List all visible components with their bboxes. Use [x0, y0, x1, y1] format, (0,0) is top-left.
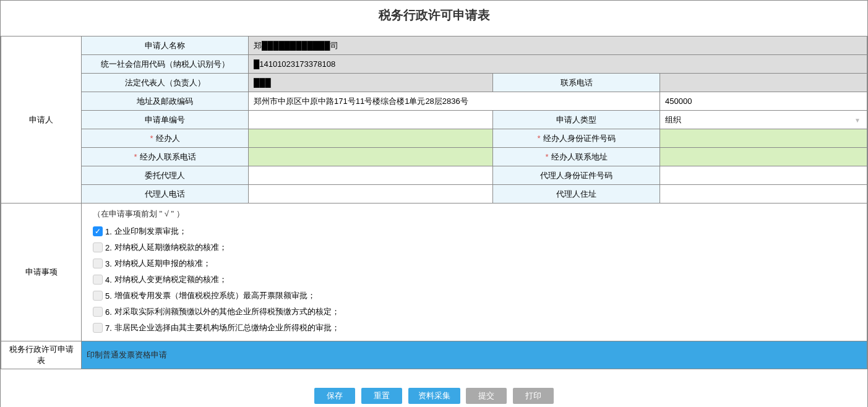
reset-button[interactable]: 重置: [361, 388, 402, 404]
checklist-item: 2.对纳税人延期缴纳税款的核准；: [93, 242, 856, 253]
value-app-num[interactable]: [249, 111, 493, 129]
value-legal-rep: ███: [249, 74, 493, 92]
checklist-item-num: 4.: [105, 275, 112, 285]
checklist-item-num: 7.: [105, 323, 112, 333]
section-applicant: 申请人: [1, 36, 82, 204]
form-container: 税务行政许可申请表 申请人 申请人名称 郑████████████司 统一社会信…: [0, 0, 868, 407]
label-handler-id: *经办人身份证件号码: [493, 129, 660, 148]
checklist-item-num: 5.: [105, 291, 112, 301]
checklist-item-num: 2.: [105, 243, 112, 252]
checklist-item-num: 6.: [105, 307, 112, 317]
value-postal[interactable]: 450000: [660, 92, 867, 111]
checklist-item: 4.对纳税人变更纳税定额的核准；: [93, 274, 856, 285]
label-agent-addr: 代理人住址: [493, 185, 660, 204]
checklist-item: 5.增值税专用发票（增值税税控系统）最高开票限额审批；: [93, 290, 856, 301]
checkbox[interactable]: [93, 275, 103, 285]
label-agent-phone: 代理人电话: [82, 185, 249, 204]
checkbox[interactable]: [93, 259, 103, 268]
checklist-item-label: 企业印制发票审批；: [114, 226, 187, 237]
label-handler: *经办人: [82, 129, 249, 148]
checklist-item-label: 对采取实际利润额预缴以外的其他企业所得税预缴方式的核定；: [114, 306, 340, 317]
label-agent-id: 代理人身份证件号码: [493, 166, 660, 185]
label-handler-addr: *经办人联系地址: [493, 148, 660, 166]
save-button[interactable]: 保存: [314, 388, 355, 404]
chevron-down-icon: ▼: [854, 116, 861, 123]
checklist-item-label: 增值税专用发票（增值税税控系统）最高开票限额审批；: [114, 290, 316, 301]
select-applicant-type[interactable]: 组织 ▼: [660, 111, 867, 129]
label-address: 地址及邮政编码: [82, 92, 249, 111]
checkbox[interactable]: [93, 323, 103, 333]
checklist-item-num: 1.: [105, 227, 112, 236]
input-agent-id[interactable]: [660, 166, 867, 185]
checklist-item: 7.非居民企业选择由其主要机构场所汇总缴纳企业所得税的审批；: [93, 322, 856, 333]
checkbox[interactable]: [93, 242, 103, 252]
input-handler-phone[interactable]: [249, 148, 493, 166]
checkbox[interactable]: [93, 226, 103, 236]
value-contact-phone[interactable]: [660, 74, 867, 92]
value-applicant-type: 组织: [665, 115, 681, 124]
input-handler[interactable]: [249, 129, 493, 148]
label-app-num: 申请单编号: [82, 111, 249, 129]
value-address[interactable]: 郑州市中原区中原中路171号11号楼综合楼1单元28层2836号: [249, 92, 660, 111]
print-button: 打印: [513, 388, 554, 404]
checklist-item: 3.对纳税人延期申报的核准；: [93, 258, 856, 269]
applicant-table: 申请人 申请人名称 郑████████████司 统一社会信用代码（纳税人识别号…: [1, 36, 867, 369]
label-handler-phone: *经办人联系电话: [82, 148, 249, 166]
input-agent-phone[interactable]: [249, 185, 493, 204]
section-matters: 申请事项: [1, 204, 82, 341]
value-social-credit: █14101023173378108: [249, 55, 867, 74]
label-applicant-type: 申请人类型: [493, 111, 660, 129]
checklist-container: （在申请事项前划 " √ " ） 1.企业印制发票审批；2.对纳税人延期缴纳税款…: [82, 204, 867, 341]
input-handler-id[interactable]: [660, 129, 867, 148]
label-legal-rep: 法定代表人（负责人）: [82, 74, 249, 92]
checklist-hint: （在申请事项前划 " √ " ）: [93, 208, 856, 220]
checkbox[interactable]: [93, 291, 103, 301]
value-applicant-name: 郑████████████司: [249, 36, 867, 55]
label-contact-phone: 联系电话: [493, 74, 660, 92]
submit-button: 提交: [466, 388, 507, 404]
label-agent: 委托代理人: [82, 166, 249, 185]
input-handler-addr[interactable]: [660, 148, 867, 166]
label-applicant-name: 申请人名称: [82, 36, 249, 55]
footer-toolbar: 保存 重置 资料采集 提交 打印: [1, 369, 867, 407]
checklist-item: 6.对采取实际利润额预缴以外的其他企业所得税预缴方式的核定；: [93, 306, 856, 317]
checklist-item-label: 对纳税人延期申报的核准；: [114, 258, 211, 269]
checklist-item: 1.企业印制发票审批；: [93, 226, 856, 237]
checklist-item-label: 对纳税人延期缴纳税款的核准；: [114, 242, 227, 253]
checklist-item-label: 对纳税人变更纳税定额的核准；: [114, 274, 227, 285]
tab-section-title: 税务行政许可申请表: [1, 341, 82, 369]
checklist-item-label: 非居民企业选择由其主要机构场所汇总缴纳企业所得税的审批；: [114, 322, 340, 333]
label-social-credit: 统一社会信用代码（纳税人识别号）: [82, 55, 249, 74]
data-collect-button[interactable]: 资料采集: [408, 388, 460, 404]
tab-active[interactable]: 印制普通发票资格申请: [82, 341, 867, 369]
input-agent-addr[interactable]: [660, 185, 867, 204]
checkbox[interactable]: [93, 307, 103, 317]
input-agent[interactable]: [249, 166, 493, 185]
checklist-item-num: 3.: [105, 259, 112, 268]
page-title: 税务行政许可申请表: [1, 1, 867, 36]
